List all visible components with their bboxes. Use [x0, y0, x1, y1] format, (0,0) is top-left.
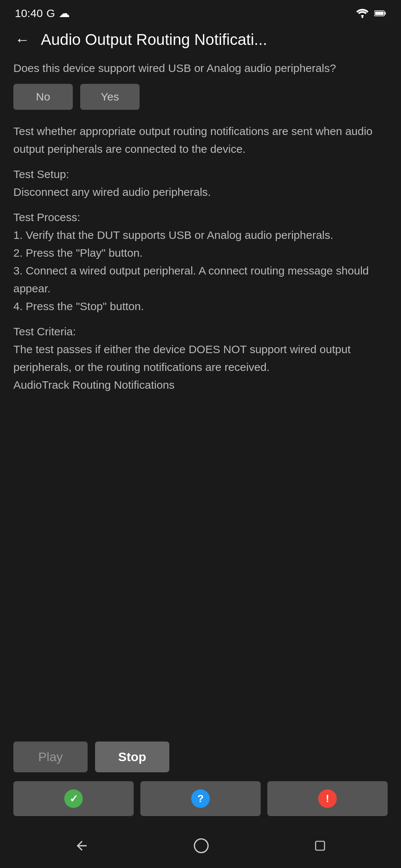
- wifi-icon: [356, 8, 369, 19]
- pass-button[interactable]: ✓: [13, 781, 134, 816]
- test-description: Test whether appropriate output routing …: [13, 122, 388, 158]
- test-criteria-heading: Test Criteria:: [13, 323, 388, 341]
- test-setup-text: Disconnect any wired audio peripherals.: [13, 183, 388, 201]
- audio-track-label: AudioTrack Routing Notifications: [13, 376, 388, 394]
- playback-row: Play Stop: [13, 742, 388, 772]
- usb-question-text: Does this device support wired USB or An…: [13, 60, 388, 76]
- test-process-step3: 3. Connect a wired output peripheral. A …: [13, 262, 388, 297]
- home-nav-icon: [193, 838, 209, 854]
- test-process-step2: 2. Press the "Play" button.: [13, 244, 388, 262]
- description-section: Test whether appropriate output routing …: [13, 122, 388, 394]
- recents-nav-button[interactable]: [310, 835, 330, 856]
- status-time: 10:40: [15, 7, 43, 20]
- main-content: Does this device support wired USB or An…: [0, 56, 401, 568]
- test-process-heading: Test Process:: [13, 208, 388, 226]
- test-setup-heading: Test Setup:: [13, 165, 388, 183]
- cloud-icon: ☁: [59, 7, 70, 20]
- google-label: G: [46, 7, 55, 20]
- home-nav-button[interactable]: [189, 834, 213, 858]
- back-nav-icon: [74, 838, 89, 853]
- test-process-step4: 4. Press the "Stop" button.: [13, 297, 388, 315]
- usb-answer-buttons: No Yes: [13, 84, 388, 110]
- fail-icon: !: [318, 789, 337, 808]
- result-row: ✓ ? !: [13, 781, 388, 816]
- usb-question-section: Does this device support wired USB or An…: [13, 60, 388, 114]
- svg-point-0: [362, 16, 363, 18]
- info-icon: ?: [191, 789, 210, 808]
- back-button[interactable]: ←: [11, 31, 33, 49]
- toolbar: ← Audio Output Routing Notificati...: [0, 23, 401, 56]
- yes-button[interactable]: Yes: [80, 84, 140, 110]
- nav-bar: [0, 823, 401, 868]
- svg-rect-5: [316, 841, 325, 850]
- info-button[interactable]: ?: [140, 781, 261, 816]
- stop-button[interactable]: Stop: [95, 742, 169, 772]
- test-criteria-text: The test passes if either the device DOE…: [13, 341, 388, 376]
- svg-rect-2: [384, 12, 385, 14]
- status-left: 10:40 G ☁: [15, 7, 70, 20]
- test-process-step1: 1. Verify that the DUT supports USB or A…: [13, 226, 388, 244]
- play-button[interactable]: Play: [13, 742, 88, 772]
- bottom-controls: Play Stop ✓ ? !: [0, 730, 401, 823]
- battery-icon: [374, 8, 386, 19]
- svg-rect-3: [375, 11, 384, 15]
- fail-button[interactable]: !: [267, 781, 388, 816]
- recents-nav-icon: [313, 839, 327, 852]
- pass-icon: ✓: [64, 789, 83, 808]
- back-nav-button[interactable]: [71, 835, 93, 857]
- status-bar: 10:40 G ☁: [0, 0, 401, 23]
- status-right: [356, 8, 386, 19]
- page-title: Audio Output Routing Notificati...: [41, 31, 390, 49]
- no-button[interactable]: No: [13, 84, 73, 110]
- svg-point-4: [195, 839, 208, 853]
